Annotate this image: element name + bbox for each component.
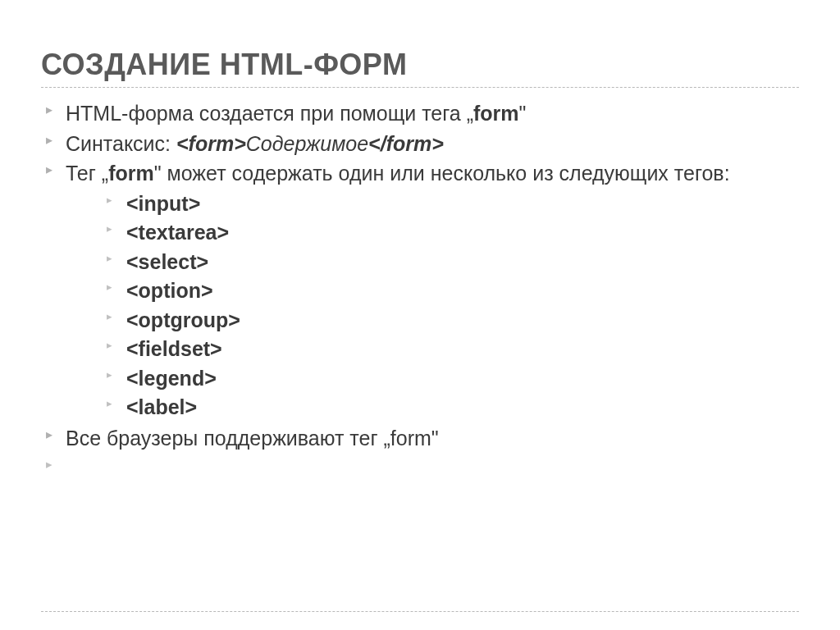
tag-name: <option>: [126, 279, 213, 302]
tag-name: <optgroup>: [126, 308, 240, 331]
tag-name: <textarea>: [126, 221, 229, 244]
tag-item: <label>: [105, 393, 799, 422]
bullet-strong: form: [473, 102, 519, 125]
bullet-text: Тег „: [66, 162, 108, 185]
tag-item: <legend>: [105, 364, 799, 394]
tag-item: <option>: [105, 276, 799, 306]
bullet-text: Синтаксис:: [66, 132, 176, 155]
tag-item: <input>: [105, 189, 799, 219]
bullet-suffix: " может содержать один или несколько из …: [154, 162, 730, 185]
bullet-item: HTML-форма создается при помощи тега „fo…: [41, 99, 799, 128]
main-bullet-list: HTML-форма создается при помощи тега „fo…: [41, 99, 799, 452]
bullet-item: Тег „form" может содержать один или неск…: [41, 159, 799, 422]
tag-name: <label>: [126, 395, 197, 418]
bullet-text: Все браузеры поддерживают тег „: [66, 427, 390, 450]
footer-strong: form: [390, 427, 431, 450]
bullet-item: Все браузеры поддерживают тег „form": [41, 424, 799, 453]
tag-name: <input>: [126, 192, 200, 215]
slide-title: СОЗДАНИЕ HTML-ФОРМ: [41, 48, 799, 82]
tag-item: <fieldset>: [105, 335, 799, 364]
bullet-item: Синтаксис: <form>Содержимое</form>: [41, 130, 799, 158]
bottom-divider: [41, 611, 799, 612]
syntax-close: </form>: [368, 132, 444, 155]
tag-list: <input> <textarea> <select> <option> <op…: [66, 189, 799, 422]
bullet-strong: form: [108, 162, 154, 185]
tag-item: <select>: [105, 248, 799, 277]
tag-name: <select>: [126, 250, 208, 273]
syntax-open: <form>: [176, 132, 246, 155]
bullet-text: HTML-форма создается при помощи тега „: [66, 102, 473, 125]
bullet-suffix: ": [519, 102, 527, 125]
tag-item: <textarea>: [105, 218, 799, 248]
tag-name: <fieldset>: [126, 337, 222, 360]
tag-item: <optgroup>: [105, 306, 799, 336]
tag-name: <legend>: [126, 367, 217, 390]
footer-suffix: ": [431, 427, 439, 450]
syntax-content: Содержимое: [246, 132, 368, 155]
title-divider: [41, 87, 799, 88]
